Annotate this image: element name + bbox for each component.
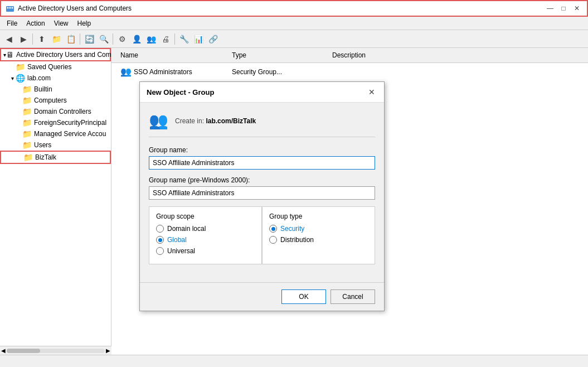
scope-domain-local-row[interactable]: Domain local <box>156 225 255 233</box>
biztalk-label: BizTalk <box>35 153 56 161</box>
close-button[interactable]: ✕ <box>571 3 582 14</box>
toolbar-sep-3 <box>113 33 113 45</box>
group-name-pre-win-input[interactable] <box>149 186 375 200</box>
sidebar-root[interactable]: ▾ 🖥 Active Directory Users and Com <box>0 48 111 61</box>
user-button[interactable]: 👤 <box>130 32 143 46</box>
maximize-button[interactable]: □ <box>558 3 569 14</box>
sidebar: ▾ 🖥 Active Directory Users and Com 📁 Sav… <box>0 48 111 355</box>
group-name-label: Group name: <box>149 146 375 154</box>
create-in-row: 👥 Create in: lab.com/BizTalk <box>149 112 375 137</box>
sidebar-item-domain-controllers[interactable]: 📁 Domain Controllers <box>0 106 111 117</box>
scrollbar-thumb[interactable] <box>7 349 40 353</box>
toolbar-sep-1 <box>32 33 33 45</box>
sidebar-item-foreign-security[interactable]: 📁 ForeignSecurityPrincipal <box>0 117 111 128</box>
sidebar-item-managed-service[interactable]: 📁 Managed Service Accou <box>0 128 111 139</box>
sidebar-item-labcom[interactable]: ▾ 🌐 lab.com <box>0 73 111 84</box>
sidebar-item-users[interactable]: 📁 Users <box>0 139 111 151</box>
group-name-pre-win-label: Group name (pre-Windows 2000): <box>149 176 375 184</box>
ok-button[interactable]: OK <box>281 289 326 304</box>
group-name-pre-win-group: Group name (pre-Windows 2000): <box>149 176 375 200</box>
biztalk-icon: 📁 <box>23 153 33 162</box>
main-container: ▾ 🖥 Active Directory Users and Com 📁 Sav… <box>0 48 588 355</box>
group-scope-group: Group scope Domain local Global <box>149 206 262 264</box>
cancel-button[interactable]: Cancel <box>331 289 375 304</box>
scope-global-radio[interactable] <box>156 236 164 244</box>
tool-button[interactable]: 🔧 <box>177 32 191 46</box>
scope-domain-local-radio[interactable] <box>156 225 164 233</box>
foreign-label: ForeignSecurityPrincipal <box>34 119 106 127</box>
dialog-title-bar: New Object - Group ✕ <box>140 82 384 103</box>
computers-label: Computers <box>34 96 67 104</box>
forward-button[interactable]: ▶ <box>17 32 30 46</box>
scope-global-label: Global <box>167 236 187 244</box>
root-icon: 🖥 <box>6 50 14 59</box>
title-bar: Active Directory Users and Computers — □… <box>0 0 588 17</box>
svg-point-3 <box>12 7 13 9</box>
sidebar-item-computers[interactable]: 📁 Computers <box>0 95 111 106</box>
up-button[interactable]: ⬆ <box>35 32 48 46</box>
group-type-title: Group type <box>269 213 368 220</box>
foreign-icon: 📁 <box>22 118 32 127</box>
sidebar-item-saved-queries[interactable]: 📁 Saved Queries <box>0 61 111 73</box>
scrollbar-track <box>7 349 105 353</box>
dc-label: Domain Controllers <box>34 108 91 115</box>
scope-universal-radio[interactable] <box>156 247 164 255</box>
sidebar-item-biztalk[interactable]: 📁 BizTalk <box>0 151 111 164</box>
options-row: Group scope Domain local Global <box>149 206 375 264</box>
content-area: Name Type Description 👥 SSO Administrato… <box>111 48 588 355</box>
folder-button[interactable]: 📁 <box>50 32 63 46</box>
back-button[interactable]: ◀ <box>2 32 16 46</box>
group-button[interactable]: 👥 <box>144 32 158 46</box>
scroll-left-btn[interactable]: ◀ <box>0 347 7 354</box>
window-controls: — □ ✕ <box>545 3 582 14</box>
type-security-label: Security <box>280 225 304 233</box>
type-security-row[interactable]: Security <box>269 225 368 233</box>
window-title: Active Directory Users and Computers <box>18 4 132 12</box>
report-button[interactable]: 📊 <box>192 32 205 46</box>
copy-button[interactable]: 📋 <box>64 32 77 46</box>
dialog-body: 👥 Create in: lab.com/BizTalk Group name: <box>140 103 384 282</box>
group-type-group: Group type Security Distribution <box>262 206 375 264</box>
scope-global-row[interactable]: Global <box>156 236 255 244</box>
scope-universal-row[interactable]: Universal <box>156 247 255 255</box>
minimize-button[interactable]: — <box>545 3 556 14</box>
svg-point-1 <box>7 7 9 9</box>
settings-button[interactable]: ⚙ <box>115 32 129 46</box>
managed-icon: 📁 <box>22 129 32 138</box>
scope-domain-local-label: Domain local <box>167 225 206 233</box>
group-name-group: Group name: <box>149 146 375 170</box>
menu-file[interactable]: File <box>2 18 22 28</box>
type-distribution-row[interactable]: Distribution <box>269 236 368 244</box>
builtin-icon: 📁 <box>22 85 32 94</box>
type-distribution-radio[interactable] <box>269 236 277 244</box>
menu-action[interactable]: Action <box>22 18 49 28</box>
sidebar-item-builtin[interactable]: 📁 Builtin <box>0 84 111 95</box>
link-button[interactable]: 🔗 <box>206 32 220 46</box>
toolbar-sep-4 <box>174 33 175 45</box>
new-object-group-dialog: New Object - Group ✕ 👥 Create in: lab.co… <box>139 81 385 311</box>
app-icon <box>6 4 14 13</box>
menu-help[interactable]: Help <box>73 18 96 28</box>
menu-view[interactable]: View <box>50 18 73 28</box>
type-security-radio[interactable] <box>269 225 277 233</box>
create-in-icon: 👥 <box>149 112 168 130</box>
users-icon: 📁 <box>22 141 32 149</box>
scroll-right-btn[interactable]: ▶ <box>105 347 111 354</box>
refresh-button[interactable]: 🔄 <box>82 32 96 46</box>
dialog-footer: OK Cancel <box>140 282 384 311</box>
sidebar-scrollbar[interactable]: ◀ ▶ <box>0 346 111 355</box>
svg-point-2 <box>9 7 11 9</box>
search-button[interactable]: 🔍 <box>97 32 110 46</box>
group-name-input[interactable] <box>149 156 375 170</box>
labcom-label: lab.com <box>27 74 51 82</box>
scope-universal-label: Universal <box>167 247 195 255</box>
toolbar-sep-2 <box>80 33 80 45</box>
dialog-title: New Object - Group <box>147 88 214 96</box>
users-label: Users <box>34 141 51 149</box>
dialog-close-button[interactable]: ✕ <box>366 86 377 98</box>
modal-overlay: New Object - Group ✕ 👥 Create in: lab.co… <box>111 48 588 355</box>
saved-queries-icon: 📁 <box>16 62 25 71</box>
print-button[interactable]: 🖨 <box>159 32 172 46</box>
computers-icon: 📁 <box>22 96 32 105</box>
status-bar <box>0 355 588 367</box>
